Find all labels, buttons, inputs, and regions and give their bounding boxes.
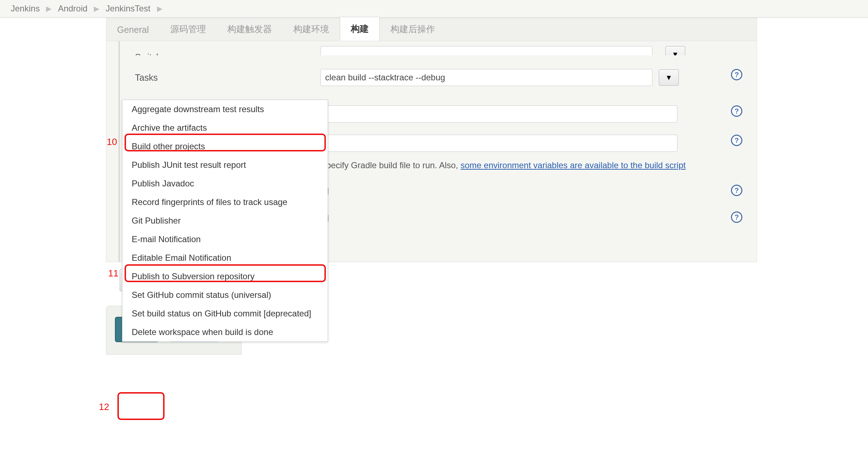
annotation-box-12 xyxy=(117,392,165,420)
expand-button[interactable]: ▼ xyxy=(659,69,679,86)
postbuild-dropdown: Aggregate downstream test results Archiv… xyxy=(122,100,328,342)
help-icon[interactable]: ? xyxy=(731,135,742,146)
dropdown-item-delete-ws[interactable]: Delete workspace when build is done xyxy=(122,323,328,341)
expand-button[interactable]: ▼ xyxy=(665,46,685,55)
config-tabs: General 源码管理 构建触发器 构建环境 构建 构建后操作 xyxy=(106,18,757,41)
text-input[interactable] xyxy=(321,105,677,122)
env-vars-link[interactable]: some environment variables are available… xyxy=(460,160,686,170)
breadcrumb: Jenkins ▶ Android ▶ JenkinsTest ▶ xyxy=(0,0,868,18)
dropdown-item-junit[interactable]: Publish JUnit test result report xyxy=(122,156,328,174)
annotation-number-11: 11 xyxy=(108,268,118,279)
help-icon[interactable]: ? xyxy=(731,185,742,196)
dropdown-item-editable-email[interactable]: Editable Email Notification xyxy=(122,249,328,267)
annotation-number-12: 12 xyxy=(99,401,109,412)
breadcrumb-item[interactable]: JenkinsTest xyxy=(106,4,150,14)
tasks-input[interactable] xyxy=(321,69,652,86)
chevron-right-icon: ▶ xyxy=(46,4,51,13)
config-panel: Switches ▼ Tasks ▼ ? ? xyxy=(106,41,757,262)
switches-input[interactable] xyxy=(321,46,652,55)
dropdown-item-javadoc[interactable]: Publish Javadoc xyxy=(122,174,328,193)
breadcrumb-item[interactable]: Jenkins xyxy=(11,4,40,14)
dropdown-item-github-status[interactable]: Set GitHub commit status (universal) xyxy=(122,286,328,304)
chevron-right-icon: ▶ xyxy=(157,4,162,13)
breadcrumb-item[interactable]: Android xyxy=(58,4,87,14)
switches-row: Switches ▼ xyxy=(106,41,757,55)
dropdown-item-fingerprints[interactable]: Record fingerprints of files to track us… xyxy=(122,193,328,211)
chevron-right-icon: ▶ xyxy=(94,4,99,13)
note-text: Specify Gradle build file to run. Also, xyxy=(321,160,460,170)
tab-env[interactable]: 构建环境 xyxy=(283,18,340,41)
dropdown-item-email[interactable]: E-mail Notification xyxy=(122,230,328,249)
dropdown-item-github-deprecated[interactable]: Set build status on GitHub commit [depre… xyxy=(122,304,328,323)
tab-postbuild[interactable]: 构建后操作 xyxy=(380,18,446,41)
dropdown-item-build-other[interactable]: Build other projects xyxy=(122,137,328,156)
dropdown-item-aggregate[interactable]: Aggregate downstream test results xyxy=(122,100,328,119)
dropdown-item-git-publisher[interactable]: Git Publisher xyxy=(122,211,328,230)
help-icon[interactable]: ? xyxy=(731,69,742,80)
dropdown-item-svn[interactable]: Publish to Subversion repository xyxy=(122,267,328,286)
help-icon[interactable]: ? xyxy=(731,105,742,117)
help-icon[interactable]: ? xyxy=(731,211,742,223)
tasks-row: Tasks ▼ ? xyxy=(106,65,757,90)
switches-label: Switches xyxy=(135,52,171,55)
text-input[interactable] xyxy=(321,135,677,152)
tab-scm[interactable]: 源码管理 xyxy=(160,18,217,41)
dropdown-item-archive[interactable]: Archive the artifacts xyxy=(122,119,328,137)
tab-general[interactable]: General xyxy=(106,19,160,41)
tab-build[interactable]: 构建 xyxy=(340,17,380,41)
tasks-label: Tasks xyxy=(135,69,321,83)
tab-triggers[interactable]: 构建触发器 xyxy=(217,18,283,41)
